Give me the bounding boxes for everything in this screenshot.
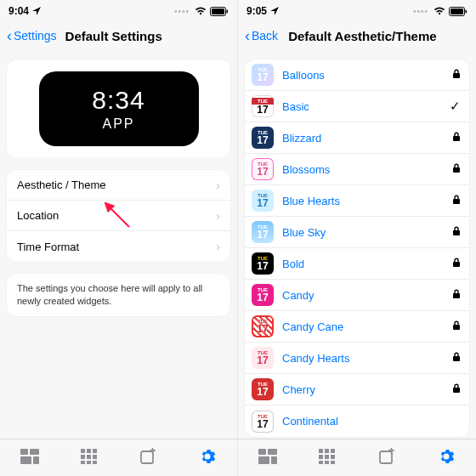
svg-rect-15 [87, 461, 91, 464]
svg-rect-6 [20, 456, 31, 464]
theme-icon: TUE17 [252, 315, 274, 337]
svg-rect-23 [453, 167, 460, 173]
chevron-left-icon: ‹ [7, 28, 12, 43]
tab-dashboard[interactable] [13, 443, 47, 470]
svg-rect-33 [258, 456, 269, 464]
svg-rect-43 [331, 461, 335, 464]
tab-add[interactable] [370, 443, 404, 470]
chevron-right-icon: › [216, 209, 220, 223]
svg-rect-10 [93, 449, 97, 453]
tab-bar [238, 439, 476, 476]
theme-row[interactable]: TUE17Cherry [245, 374, 469, 405]
svg-rect-16 [93, 461, 97, 464]
svg-rect-40 [331, 455, 335, 459]
back-label: Settings [14, 29, 57, 42]
svg-rect-38 [319, 455, 323, 459]
svg-rect-2 [227, 9, 229, 13]
theme-icon-dom: 17 [257, 292, 268, 303]
theme-row[interactable]: TUE17Continental [245, 405, 469, 437]
widget-preview: 8:34 APP [39, 71, 199, 146]
svg-rect-1 [212, 8, 224, 14]
theme-icon-dom: 17 [257, 230, 268, 240]
status-time: 9:05 [246, 5, 267, 17]
theme-icon-dom: 17 [257, 261, 268, 271]
theme-icon-dom: 17 [257, 355, 268, 366]
svg-rect-24 [453, 199, 460, 204]
chevron-right-icon: › [216, 240, 220, 253]
svg-rect-7 [33, 456, 39, 464]
theme-row[interactable]: TUE17Blizzard [245, 122, 469, 154]
tab-grid[interactable] [310, 443, 344, 470]
battery-icon [210, 7, 229, 16]
theme-name: Candy [282, 289, 444, 302]
left-screenshot: 9:04 •••• ‹ Settings Default Settings [0, 0, 238, 476]
theme-row[interactable]: TUE17Blue Hearts [245, 185, 469, 217]
cellular-icon: •••• [174, 7, 190, 16]
wifi-icon [434, 7, 445, 15]
svg-rect-21 [453, 73, 460, 78]
theme-icon: TUE17 [252, 158, 274, 180]
theme-icon: TUE17 [252, 190, 274, 212]
theme-icon-dom: 17 [257, 72, 268, 82]
theme-row[interactable]: TUE17Basic✓ [245, 91, 469, 122]
theme-icon: TUE17 [252, 127, 274, 149]
theme-icon: TUE17 [252, 347, 274, 369]
theme-icon-dom: 17 [257, 324, 268, 334]
row-location[interactable]: Location › [7, 201, 230, 231]
lock-icon [452, 258, 461, 269]
theme-name: Continental [282, 415, 461, 428]
theme-row[interactable]: TUE17Blossoms [245, 154, 469, 185]
svg-rect-13 [93, 455, 97, 459]
svg-rect-9 [87, 449, 91, 453]
svg-rect-28 [453, 325, 460, 330]
theme-icon-dom: 17 [257, 387, 268, 397]
svg-rect-27 [453, 293, 460, 298]
status-bar: 9:04 •••• [0, 0, 237, 19]
tab-add[interactable] [131, 443, 165, 470]
lock-icon [452, 289, 461, 301]
theme-icon-dom: 17 [257, 135, 268, 145]
theme-name: Blue Hearts [282, 195, 444, 207]
theme-name: Candy Cane [282, 320, 444, 333]
row-time-format[interactable]: Time Format › [7, 231, 230, 262]
tab-dashboard[interactable] [251, 443, 285, 470]
theme-icon: TUE17 [252, 64, 274, 86]
theme-icon: TUE17 [252, 252, 274, 275]
lock-icon [452, 320, 461, 332]
status-bar: 9:05 •••• [238, 0, 476, 19]
svg-rect-31 [258, 449, 266, 455]
back-button[interactable]: ‹ Back [245, 28, 278, 43]
theme-row[interactable]: TUE17Candy [245, 280, 469, 311]
svg-rect-14 [81, 461, 85, 464]
theme-row[interactable]: TUE17Candy Cane [245, 311, 469, 343]
row-aesthetic-theme[interactable]: Aesthetic / Theme › [7, 170, 230, 201]
svg-rect-22 [453, 136, 460, 141]
svg-rect-37 [331, 449, 335, 453]
theme-name: Bold [282, 258, 444, 270]
theme-name: Basic [282, 100, 441, 113]
chevron-left-icon: ‹ [245, 28, 250, 43]
settings-group: Aesthetic / Theme › Location › Time Form… [7, 170, 230, 262]
theme-name: Cherry [282, 383, 444, 396]
tab-settings[interactable] [190, 443, 224, 470]
theme-icon: TUE17 [252, 95, 274, 117]
chevron-right-icon: › [216, 178, 220, 192]
nav-bar: ‹ Back Default Aesthetic/Theme [238, 19, 476, 53]
theme-row[interactable]: TUE17Balloons [245, 60, 469, 91]
theme-row[interactable]: TUE17Candy Hearts [245, 343, 469, 374]
theme-name: Blizzard [282, 132, 444, 144]
back-button[interactable]: ‹ Settings [7, 28, 57, 43]
theme-icon-dom: 17 [257, 198, 268, 208]
theme-icon-dom: 17 [257, 419, 268, 429]
tab-grid[interactable] [72, 443, 106, 470]
theme-row[interactable]: TUE17Bold [245, 248, 469, 280]
theme-icon: TUE17 [252, 284, 274, 306]
lock-icon [452, 352, 461, 364]
lock-icon [452, 163, 461, 175]
svg-rect-8 [81, 449, 85, 453]
tab-settings[interactable] [429, 443, 463, 470]
svg-rect-30 [453, 388, 460, 393]
back-label: Back [252, 29, 278, 42]
theme-row[interactable]: TUE17Blue Sky [245, 217, 469, 248]
info-note-text: The settings you choose here will apply … [17, 282, 220, 308]
